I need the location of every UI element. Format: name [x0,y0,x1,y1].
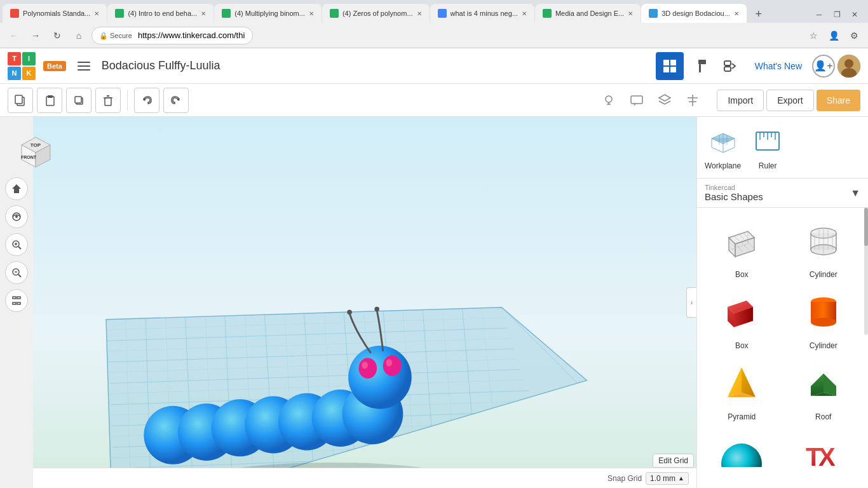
category-name: Basic Shapes [705,191,763,202]
svg-rect-5 [699,64,701,72]
undo-button[interactable] [134,88,159,113]
hamburger-icon [78,69,90,71]
tab-intro[interactable]: (4) Intro to end beha... ✕ [107,4,214,23]
tab-zeros[interactable]: (4) Zeros of polynom... ✕ [322,4,430,23]
tab-google[interactable]: what is 4 minus neg... ✕ [430,4,534,23]
toolbar-separator [127,90,128,111]
align-button[interactable] [680,88,705,113]
tab-close-icon[interactable]: ✕ [628,10,633,17]
zoom-out-button[interactable] [5,261,28,284]
svg-marker-156 [742,367,756,397]
grid-view-button[interactable] [656,52,684,80]
whats-new-button[interactable]: What's New [747,56,810,76]
export-button[interactable]: Export [766,90,813,111]
tab-polynomials[interactable]: Polynomials Standa... ✕ [3,4,107,23]
minimize-button[interactable]: ─ [811,6,827,23]
shape-item-cylinder-orange[interactable]: Cylinder [787,287,861,350]
layers-button[interactable] [652,88,677,113]
collapse-panel-button[interactable]: › [686,287,696,318]
shape-label-box-wire: Box [735,270,749,279]
svg-rect-16 [75,97,81,103]
tab-title: (4) Multiplying binom... [234,10,305,17]
redo-button[interactable] [163,88,189,113]
address-bar-row: ← → ↻ ⌂ 🔒 Secure ☆ 👤 ⚙ [0,23,868,48]
ruler-icon [751,125,784,158]
delete-button[interactable] [95,88,121,113]
tab-title: what is 4 minus neg... [451,10,518,17]
reload-button[interactable]: ↻ [48,27,66,44]
shape-item-sphere-cyan[interactable] [705,429,779,484]
user-avatar[interactable] [837,55,860,78]
workplane-tool[interactable]: Workplane [705,125,741,170]
hamburger-menu-button[interactable] [74,56,94,76]
category-dropdown-button[interactable]: ▼ [850,187,860,199]
shape-item-cylinder-wire[interactable]: Cylinder [787,215,861,279]
svg-rect-47 [17,302,20,304]
tab-tinkercad[interactable]: 3D design Bodaciou... ✕ [641,4,747,23]
import-button[interactable]: Import [717,90,764,111]
back-button[interactable]: ← [5,27,23,44]
svg-rect-1 [670,60,676,65]
svg-rect-3 [670,67,676,72]
tab-close-icon[interactable]: ✕ [309,10,314,17]
snap-up-arrow-icon[interactable]: ▲ [678,475,684,482]
shape-item-pyramid-yellow[interactable]: Pyramid [705,358,779,421]
toolbar: Import Export Share [0,84,868,117]
home-view-button[interactable] [5,177,28,200]
restore-button[interactable]: ❐ [829,6,845,23]
grid-icon [662,58,677,74]
copy-button[interactable] [8,88,33,113]
share-button[interactable]: Share [817,90,860,111]
tab-close-icon[interactable]: ✕ [201,10,206,17]
add-user-button[interactable]: 👤+ [812,55,835,78]
zoom-in-button[interactable] [5,233,28,256]
logo-k: K [22,67,36,80]
tab-close-icon[interactable]: ✕ [522,10,527,17]
shape-item-box-red[interactable]: Box [705,287,779,350]
tab-multiplying[interactable]: (4) Multiplying binom... ✕ [214,4,322,23]
new-tab-button[interactable]: + [750,5,768,23]
scrollbar-thumb[interactable] [864,208,868,246]
fit-icon [11,295,22,306]
hint-button[interactable] [596,88,621,113]
edit-grid-button[interactable]: Edit Grid [653,454,694,468]
tab-media[interactable]: Media and Design E... ✕ [535,4,641,23]
snap-grid-control: Snap Grid 1.0 mm ▲ [607,472,689,485]
panel-shapes: Box [697,208,868,488]
hammer-tool-button[interactable] [686,52,714,80]
svg-text:X: X [818,443,836,471]
forward-button[interactable]: → [27,27,44,44]
comment-button[interactable] [624,88,649,113]
cube-front-label: FRONT [21,155,37,159]
ruler-tool[interactable]: Ruler [751,125,784,170]
paste-button[interactable] [37,88,62,113]
roof-green-svg [798,358,849,409]
shape-item-box-wire[interactable]: Box [705,215,779,279]
tab-close-icon[interactable]: ✕ [734,10,739,17]
tab-close-icon[interactable]: ✕ [417,10,422,17]
lock-icon: 🔒 [99,31,108,39]
tab-title: (4) Intro to end beha... [128,10,197,17]
snap-grid-label: Snap Grid [607,474,642,483]
comment-icon [630,93,644,107]
orbit-button[interactable] [5,205,28,228]
duplicate-button[interactable] [66,88,92,113]
workplane-grid: Workplane [33,117,696,488]
viewport[interactable]: Workplane Edit Grid Snap Grid 1.0 mm ▲ [33,117,696,488]
code-blocks-button[interactable] [717,52,745,80]
cylinder-orange-svg [798,287,849,337]
bookmark-button[interactable]: ☆ [804,27,822,44]
shape-item-roof-green[interactable]: Roof [787,358,861,421]
snap-grid-value[interactable]: 1.0 mm ▲ [646,472,689,485]
profile-button[interactable]: 👤 [825,27,843,44]
close-window-button[interactable]: ✕ [846,6,863,23]
svg-rect-0 [663,60,669,65]
svg-rect-45 [17,297,20,299]
fit-view-button[interactable] [5,289,28,312]
tab-close-icon[interactable]: ✕ [94,10,99,17]
view-cube[interactable]: TOP FRONT [9,126,63,180]
project-title: Bodacious Fulffy-Luulia [102,59,648,72]
extensions-button[interactable]: ⚙ [845,27,863,44]
home-button[interactable]: ⌂ [70,27,88,44]
shape-item-text-red[interactable]: T X [787,429,861,484]
